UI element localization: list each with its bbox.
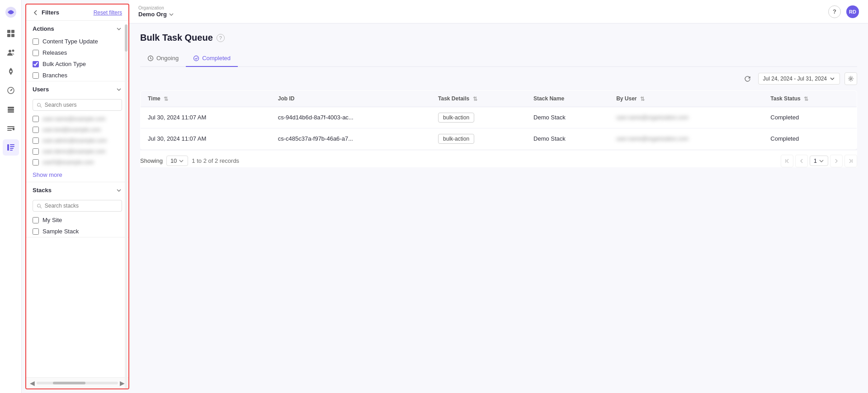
filter-item-branches[interactable]: Branches	[26, 70, 128, 81]
page-number-select[interactable]: 1	[810, 156, 828, 166]
nav-icon-storage[interactable]	[3, 101, 19, 118]
stacks-search[interactable]	[33, 200, 122, 212]
filter-item-user-1[interactable]: user.name@example.com	[26, 114, 128, 124]
row-1-time: Jul 30, 2024 11:07 AM	[141, 107, 271, 128]
main-wrapper: Filters Reset filters Actions Content Ty…	[22, 0, 868, 393]
date-range-button[interactable]: Jul 24, 2024 - Jul 31, 2024	[758, 73, 840, 85]
refresh-icon	[744, 75, 751, 82]
page-num-chevron-icon	[819, 158, 824, 164]
sample-stack-label: Sample Stack	[42, 228, 79, 235]
content-type-update-checkbox[interactable]	[33, 38, 39, 45]
stacks-section-header[interactable]: Stacks	[26, 182, 128, 197]
sample-stack-checkbox[interactable]	[33, 228, 39, 235]
app-logo[interactable]	[4, 5, 18, 19]
col-header-time[interactable]: Time ⇅	[141, 91, 271, 107]
org-name-text: Demo Org	[138, 11, 167, 18]
per-page-value: 10	[170, 157, 177, 164]
nav-icon-explore[interactable]	[3, 82, 19, 99]
users-search[interactable]	[33, 99, 122, 111]
filter-item-content-type-update[interactable]: Content Type Update	[26, 36, 128, 47]
per-page-select[interactable]: 10	[166, 156, 188, 166]
last-page-icon	[848, 158, 854, 164]
nav-icon-tools[interactable]	[3, 120, 19, 137]
svg-rect-9	[8, 107, 14, 109]
reset-filters-link[interactable]: Reset filters	[94, 9, 122, 16]
col-header-job-id: Job ID	[271, 91, 431, 107]
filter-item-my-site[interactable]: My Site	[26, 214, 128, 226]
table-footer: Showing 10 1 to 2 of 2 records 1	[140, 150, 857, 167]
nav-icon-users[interactable]	[3, 44, 19, 61]
col-job-id-label: Job ID	[278, 95, 295, 102]
svg-rect-17	[10, 144, 14, 145]
first-page-button[interactable]	[781, 155, 793, 167]
user-4-label: user.demo@example.com	[42, 148, 106, 155]
col-by-user-label: By User	[616, 95, 637, 102]
filter-item-sample-stack[interactable]: Sample Stack	[26, 226, 128, 237]
row-1-task-badge: bulk-action	[438, 113, 474, 123]
bulk-action-type-checkbox[interactable]	[33, 61, 39, 67]
branches-label: Branches	[42, 72, 67, 79]
prev-page-button[interactable]	[795, 155, 808, 167]
col-header-task-details[interactable]: Task Details ⇅	[431, 91, 526, 107]
actions-section-header[interactable]: Actions	[26, 21, 128, 36]
scroll-left-button[interactable]: ◀	[30, 379, 35, 387]
svg-line-24	[40, 207, 42, 208]
row-2-by-user: user.name@organization.com	[609, 128, 763, 149]
releases-checkbox[interactable]	[33, 50, 39, 56]
svg-point-6	[12, 50, 14, 52]
users-section-header[interactable]: Users	[26, 81, 128, 96]
svg-rect-16	[7, 144, 9, 151]
page-content: Bulk Task Queue ? Ongoing Completed	[129, 24, 868, 393]
left-navigation	[0, 0, 22, 393]
svg-point-21	[38, 103, 41, 106]
settings-icon	[848, 76, 854, 82]
user-1-checkbox[interactable]	[33, 116, 39, 122]
nav-icon-dashboard[interactable]	[3, 25, 19, 42]
col-task-details-label: Task Details	[438, 95, 469, 102]
user-4-checkbox[interactable]	[33, 148, 39, 155]
back-arrow-icon[interactable]	[33, 9, 39, 16]
stacks-search-input[interactable]	[45, 203, 118, 209]
vertical-scrollbar-track	[125, 24, 127, 388]
show-more-users-button[interactable]: Show more	[26, 168, 128, 182]
filter-item-releases[interactable]: Releases	[26, 47, 128, 58]
filter-item-user-2[interactable]: user.test@example.com	[26, 124, 128, 135]
col-header-by-user[interactable]: By User ⇅	[609, 91, 763, 107]
svg-rect-1	[7, 30, 10, 33]
refresh-button[interactable]	[741, 72, 754, 85]
page-help-icon[interactable]: ?	[217, 34, 225, 42]
prev-page-icon	[799, 158, 804, 164]
tab-ongoing[interactable]: Ongoing	[140, 50, 186, 67]
nav-icon-rocket[interactable]	[3, 63, 19, 80]
stacks-chevron-icon	[116, 187, 122, 194]
filter-item-user-4[interactable]: user.demo@example.com	[26, 146, 128, 157]
filter-section-users: Users user.name@example.com user.test@ex…	[26, 81, 128, 182]
scroll-right-button[interactable]: ▶	[120, 379, 125, 387]
org-name-dropdown[interactable]: Demo Org	[138, 11, 174, 18]
user-5-label: user5@example.com	[42, 159, 94, 166]
scroll-track	[37, 382, 118, 384]
help-button[interactable]: ?	[828, 5, 841, 18]
nav-icon-logs[interactable]	[3, 139, 19, 156]
last-page-button[interactable]	[844, 155, 857, 167]
user-3-checkbox[interactable]	[33, 137, 39, 144]
tab-completed[interactable]: Completed	[186, 50, 238, 67]
filter-header-left: Filters	[33, 9, 59, 16]
table-row: Jul 30, 2024 11:07 AM cs-94d14b6d-8a7f-4…	[141, 107, 857, 128]
col-header-task-status[interactable]: Task Status ⇅	[763, 91, 857, 107]
col-header-stack-name: Stack Name	[526, 91, 609, 107]
filter-sidebar: Filters Reset filters Actions Content Ty…	[25, 4, 129, 389]
user-5-checkbox[interactable]	[33, 159, 39, 166]
users-search-input[interactable]	[45, 102, 118, 108]
filter-item-user-3[interactable]: user.admin@example.com	[26, 135, 128, 146]
filter-item-bulk-action-type[interactable]: Bulk Action Type	[26, 58, 128, 70]
user-2-checkbox[interactable]	[33, 127, 39, 133]
filter-item-user-5[interactable]: user5@example.com	[26, 157, 128, 168]
my-site-checkbox[interactable]	[33, 217, 39, 223]
table-settings-button[interactable]	[844, 72, 857, 85]
branches-checkbox[interactable]	[33, 72, 39, 79]
svg-rect-13	[7, 128, 13, 129]
user-avatar[interactable]: RD	[846, 5, 859, 18]
next-page-button[interactable]	[830, 155, 843, 167]
tab-ongoing-label: Ongoing	[156, 55, 179, 62]
